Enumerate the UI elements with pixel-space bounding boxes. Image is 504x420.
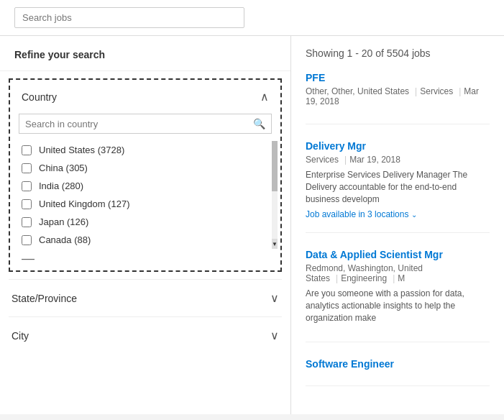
scroll-down-arrow[interactable]: ▼ — [272, 239, 278, 249]
results-summary-text: Showing 1 - 20 of 5504 jobs — [306, 47, 431, 59]
search-input[interactable] — [22, 12, 237, 23]
more-indicator: — — [10, 249, 280, 270]
country-item-label: China (305) — [39, 163, 88, 173]
country-list-container: United States (3728)China (305)India (28… — [19, 141, 272, 249]
main-layout: Refine your search Country ∧ 🔍 Unite — [0, 36, 504, 414]
state-filter-toggle[interactable]: State/Province ∨ — [9, 280, 282, 316]
job-meta: Redmond, Washington, United States|Engin… — [306, 263, 490, 283]
job-title[interactable]: PFE — [306, 72, 490, 83]
city-filter-title: City — [12, 330, 29, 342]
top-bar — [0, 0, 504, 36]
job-card: Software Engineer — [306, 358, 490, 386]
state-filter-section: State/Province ∨ — [9, 279, 282, 316]
country-item-label: Canada (88) — [39, 234, 91, 245]
sidebar: Refine your search Country ∧ 🔍 Unite — [0, 36, 291, 414]
refine-header: Refine your search — [0, 36, 290, 71]
city-filter-section: City ∨ — [9, 316, 282, 354]
country-list-item: Japan (126) — [19, 213, 272, 231]
country-filter-toggle[interactable]: Country ∧ — [10, 80, 280, 114]
country-item-label: Japan (126) — [39, 216, 88, 227]
scrollbar-track[interactable]: ▼ — [272, 141, 278, 249]
job-card: Delivery MgrServices|Mar 19, 2018Enterpr… — [306, 140, 490, 233]
country-search-wrapper[interactable]: 🔍 — [19, 114, 272, 134]
job-description: Enterprise Services Delivery Manager The… — [306, 169, 490, 205]
refine-label: Refine your search — [14, 49, 105, 60]
job-locations-link[interactable]: Job available in 3 locations ⌄ — [306, 209, 490, 219]
chevron-down-icon: ⌄ — [411, 211, 417, 219]
country-item-label: United Kingdom (127) — [39, 198, 129, 209]
country-checkbox[interactable] — [22, 217, 32, 227]
country-checkbox[interactable] — [22, 181, 32, 191]
country-filter-title: Country — [22, 91, 57, 103]
country-checkbox[interactable] — [22, 235, 32, 245]
job-title[interactable]: Software Engineer — [306, 358, 490, 370]
scrollbar-thumb[interactable] — [272, 141, 278, 191]
country-list-item: China (305) — [19, 159, 272, 177]
country-item-label: India (280) — [39, 181, 83, 191]
search-icon: 🔍 — [253, 118, 265, 129]
chevron-down-icon-state: ∨ — [270, 291, 279, 305]
results-panel: Showing 1 - 20 of 5504 jobs PFEOther, Ot… — [291, 36, 504, 414]
country-list-item: United States (3728) — [19, 141, 272, 159]
country-checkbox[interactable] — [22, 145, 32, 155]
country-list-item: Canada (88) — [19, 231, 272, 249]
city-filter-toggle[interactable]: City ∨ — [9, 317, 282, 354]
job-title[interactable]: Data & Applied Scientist Mgr — [306, 249, 490, 260]
country-search-input[interactable] — [25, 119, 253, 129]
job-card: Data & Applied Scientist MgrRedmond, Was… — [306, 249, 490, 342]
country-checkbox[interactable] — [22, 199, 32, 209]
results-count: Showing 1 - 20 of 5504 jobs — [306, 47, 490, 59]
job-meta: Services|Mar 19, 2018 — [306, 155, 490, 165]
country-list-item: India (280) — [19, 177, 272, 195]
search-box[interactable] — [14, 7, 244, 28]
chevron-down-icon-city: ∨ — [270, 329, 279, 342]
job-cards-container: PFEOther, Other, United States|Services|… — [306, 72, 490, 386]
chevron-up-icon: ∧ — [260, 90, 269, 104]
state-filter-title: State/Province — [12, 293, 77, 304]
country-filter-section: Country ∧ 🔍 United States (3728)China (3… — [9, 78, 282, 272]
country-list: United States (3728)China (305)India (28… — [19, 141, 272, 249]
job-meta: Other, Other, United States|Services|Mar… — [306, 86, 490, 106]
job-card: PFEOther, Other, United States|Services|… — [306, 72, 490, 124]
country-checkbox[interactable] — [22, 163, 32, 173]
job-title[interactable]: Delivery Mgr — [306, 140, 490, 152]
job-description: Are you someone with a passion for data,… — [306, 288, 490, 324]
country-list-item: United Kingdom (127) — [19, 195, 272, 213]
country-item-label: United States (3728) — [39, 145, 124, 155]
